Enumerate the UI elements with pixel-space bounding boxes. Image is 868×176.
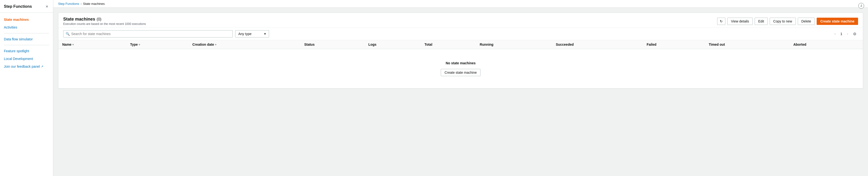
table-settings-button[interactable]: ⚙ — [851, 31, 858, 37]
info-icon: i — [861, 4, 862, 8]
create-state-machine-button-header[interactable]: Create state machine — [817, 17, 858, 25]
sidebar-item-state-machines[interactable]: State machines — [0, 16, 53, 24]
search-wrapper: 🔍 — [63, 30, 233, 37]
sidebar-item-data-flow-simulator[interactable]: Data flow simulator — [0, 35, 53, 43]
sidebar-header: Step Functions × — [0, 0, 53, 13]
breadcrumb: Step Functions › State machines — [53, 0, 868, 8]
sidebar-item-local-development[interactable]: Local Development — [0, 55, 53, 63]
sidebar-item-activities[interactable]: Activities — [0, 24, 53, 31]
panel-actions: ↻ View details Edit Copy to new Delete C… — [717, 17, 858, 25]
refresh-button[interactable]: ↻ — [717, 17, 725, 25]
table-wrapper: Name ▿ Type ▿ — [58, 40, 863, 89]
view-details-button[interactable]: View details — [727, 17, 752, 25]
main-content: Step Functions › State machines State ma… — [53, 0, 868, 176]
sidebar-title: Step Functions — [4, 4, 32, 9]
sort-name-icon: ▿ — [72, 43, 73, 46]
col-succeeded: Succeeded — [552, 40, 643, 49]
col-type[interactable]: Type ▿ — [126, 40, 188, 49]
panel-subtitle: Execution counts are based on the most r… — [63, 22, 146, 26]
sort-type-icon: ▿ — [139, 43, 140, 46]
col-name[interactable]: Name ▿ — [58, 40, 126, 49]
refresh-icon: ↻ — [720, 19, 723, 23]
toolbar-left: 🔍 Any type Standard Express ▼ — [63, 30, 830, 37]
type-select-wrapper: Any type Standard Express ▼ — [235, 30, 269, 37]
empty-state: No state machines Create state machine — [62, 51, 859, 86]
col-aborted: Aborted — [789, 40, 863, 49]
sidebar-item-join-feedback[interactable]: Join our feedback panel ↗ — [0, 63, 53, 70]
info-icon-button[interactable]: i — [858, 3, 864, 9]
breadcrumb-separator: › — [81, 2, 82, 6]
sidebar-item-feature-spotlight[interactable]: Feature spotlight — [0, 47, 53, 55]
edit-button[interactable]: Edit — [755, 17, 768, 25]
panel-title-area: State machines (0) Execution counts are … — [63, 17, 146, 26]
external-link-icon: ↗ — [41, 65, 43, 68]
state-machines-table: Name ▿ Type ▿ — [58, 40, 863, 89]
toolbar-right: ‹ 1 › ⚙ — [832, 31, 858, 37]
join-feedback-label: Join our feedback panel — [4, 65, 40, 68]
page-content: State machines (0) Execution counts are … — [53, 8, 868, 176]
col-total: Total — [421, 40, 476, 49]
empty-state-cell: No state machines Create state machine — [58, 49, 863, 89]
panel-title-text: State machines — [63, 17, 95, 22]
search-icon: 🔍 — [66, 32, 70, 36]
col-creation-date[interactable]: Creation date ▿ — [188, 40, 300, 49]
pagination-current-page: 1 — [839, 31, 844, 37]
search-input[interactable] — [63, 30, 233, 37]
sidebar-divider-1 — [4, 33, 49, 33]
empty-state-message: No state machines — [445, 61, 476, 65]
sidebar-close-button[interactable]: × — [44, 4, 49, 9]
sort-creation-date-icon: ▿ — [215, 43, 216, 46]
state-machines-panel: State machines (0) Execution counts are … — [58, 12, 863, 89]
col-failed: Failed — [643, 40, 705, 49]
table-body: No state machines Create state machine — [58, 49, 863, 89]
breadcrumb-current-page: State machines — [83, 2, 105, 6]
create-state-machine-button-empty[interactable]: Create state machine — [441, 69, 480, 76]
panel-title: State machines (0) — [63, 17, 146, 22]
sidebar-navigation: State machines Activities Data flow simu… — [0, 13, 53, 73]
breadcrumb-step-functions-link[interactable]: Step Functions — [58, 2, 79, 6]
col-status: Status — [300, 40, 365, 49]
sidebar: Step Functions × State machines Activiti… — [0, 0, 53, 176]
toolbar: 🔍 Any type Standard Express ▼ ‹ 1 — [58, 28, 863, 40]
panel-count: (0) — [97, 17, 101, 22]
col-logs: Logs — [365, 40, 421, 49]
empty-state-row: No state machines Create state machine — [58, 49, 863, 89]
type-select[interactable]: Any type Standard Express — [235, 30, 269, 37]
copy-to-new-button[interactable]: Copy to new — [770, 17, 796, 25]
col-running: Running — [476, 40, 552, 49]
gear-icon: ⚙ — [853, 32, 857, 36]
pagination-next-button[interactable]: › — [845, 31, 850, 37]
col-timed-out: Timed out — [705, 40, 789, 49]
panel-header: State machines (0) Execution counts are … — [58, 13, 863, 28]
table-header-row: Name ▿ Type ▿ — [58, 40, 863, 49]
pagination-prev-button[interactable]: ‹ — [832, 31, 838, 37]
delete-button[interactable]: Delete — [798, 17, 815, 25]
